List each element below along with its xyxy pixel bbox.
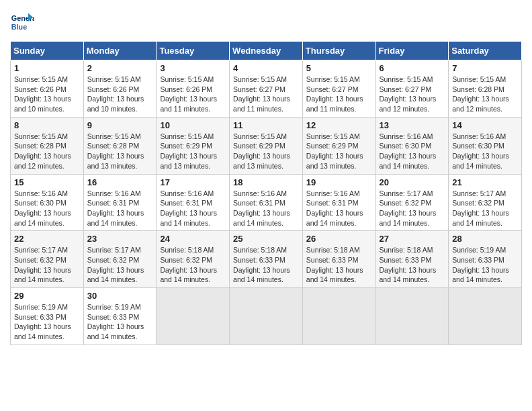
day-number: 7	[452, 63, 518, 73]
day-detail: Sunrise: 5:18 AM Sunset: 6:33 PM Dayligh…	[233, 245, 299, 285]
day-detail: Sunrise: 5:18 AM Sunset: 6:33 PM Dayligh…	[306, 245, 372, 285]
day-detail: Sunrise: 5:18 AM Sunset: 6:32 PM Dayligh…	[160, 245, 226, 285]
weekday-header-friday: Friday	[375, 42, 449, 60]
day-number: 22	[14, 234, 80, 244]
calendar-cell: 25 Sunrise: 5:18 AM Sunset: 6:33 PM Dayl…	[230, 231, 303, 288]
calendar-cell: 24 Sunrise: 5:18 AM Sunset: 6:32 PM Dayl…	[157, 231, 230, 288]
calendar-table: SundayMondayTuesdayWednesdayThursdayFrid…	[10, 41, 522, 345]
calendar-cell: 30 Sunrise: 5:19 AM Sunset: 6:33 PM Dayl…	[83, 288, 157, 345]
svg-text:Blue: Blue	[11, 23, 27, 31]
day-number: 26	[306, 234, 372, 244]
day-number: 9	[87, 120, 153, 130]
day-number: 3	[160, 63, 226, 73]
calendar-cell: 16 Sunrise: 5:16 AM Sunset: 6:31 PM Dayl…	[83, 174, 157, 231]
day-number: 23	[87, 234, 153, 244]
day-detail: Sunrise: 5:16 AM Sunset: 6:30 PM Dayligh…	[380, 132, 445, 171]
day-detail: Sunrise: 5:15 AM Sunset: 6:28 PM Dayligh…	[14, 132, 80, 171]
day-number: 1	[14, 63, 80, 73]
calendar-cell: 11 Sunrise: 5:15 AM Sunset: 6:29 PM Dayl…	[230, 117, 303, 174]
calendar-cell: 26 Sunrise: 5:18 AM Sunset: 6:33 PM Dayl…	[302, 231, 375, 288]
day-detail: Sunrise: 5:15 AM Sunset: 6:28 PM Dayligh…	[87, 132, 153, 171]
calendar-cell: 2 Sunrise: 5:15 AM Sunset: 6:26 PM Dayli…	[83, 60, 157, 118]
calendar-cell: 19 Sunrise: 5:16 AM Sunset: 6:31 PM Dayl…	[302, 174, 375, 231]
calendar-cell: 7 Sunrise: 5:15 AM Sunset: 6:28 PM Dayli…	[449, 60, 522, 118]
calendar-cell: 14 Sunrise: 5:16 AM Sunset: 6:30 PM Dayl…	[449, 117, 522, 174]
day-number: 25	[233, 234, 299, 244]
calendar-header-row: SundayMondayTuesdayWednesdayThursdayFrid…	[11, 42, 522, 60]
weekday-header-wednesday: Wednesday	[230, 42, 303, 60]
day-number: 17	[160, 177, 226, 187]
day-detail: Sunrise: 5:19 AM Sunset: 6:33 PM Dayligh…	[14, 302, 80, 342]
day-number: 27	[380, 234, 445, 244]
calendar-week-1: 1 Sunrise: 5:15 AM Sunset: 6:26 PM Dayli…	[11, 60, 522, 118]
calendar-cell: 29 Sunrise: 5:19 AM Sunset: 6:33 PM Dayl…	[11, 288, 84, 345]
day-number: 16	[87, 177, 153, 187]
day-number: 2	[87, 63, 153, 73]
weekday-header-sunday: Sunday	[11, 42, 84, 60]
calendar-week-5: 29 Sunrise: 5:19 AM Sunset: 6:33 PM Dayl…	[11, 288, 522, 345]
calendar-cell	[302, 288, 375, 345]
day-detail: Sunrise: 5:15 AM Sunset: 6:26 PM Dayligh…	[87, 75, 153, 114]
calendar-cell	[449, 288, 522, 345]
calendar-cell: 13 Sunrise: 5:16 AM Sunset: 6:30 PM Dayl…	[375, 117, 449, 174]
calendar-cell: 15 Sunrise: 5:16 AM Sunset: 6:30 PM Dayl…	[11, 174, 84, 231]
day-detail: Sunrise: 5:17 AM Sunset: 6:32 PM Dayligh…	[452, 189, 518, 228]
calendar-cell: 23 Sunrise: 5:17 AM Sunset: 6:32 PM Dayl…	[83, 231, 157, 288]
day-detail: Sunrise: 5:19 AM Sunset: 6:33 PM Dayligh…	[452, 245, 518, 285]
day-number: 15	[14, 177, 80, 187]
calendar-cell	[230, 288, 303, 345]
calendar-cell: 4 Sunrise: 5:15 AM Sunset: 6:27 PM Dayli…	[230, 60, 303, 118]
day-detail: Sunrise: 5:16 AM Sunset: 6:31 PM Dayligh…	[306, 189, 372, 228]
weekday-header-monday: Monday	[83, 42, 157, 60]
day-detail: Sunrise: 5:15 AM Sunset: 6:28 PM Dayligh…	[452, 75, 518, 114]
day-number: 11	[233, 120, 299, 130]
logo-icon: General Blue	[10, 10, 34, 34]
weekday-header-saturday: Saturday	[449, 42, 522, 60]
calendar-cell: 6 Sunrise: 5:15 AM Sunset: 6:27 PM Dayli…	[375, 60, 449, 118]
calendar-cell: 8 Sunrise: 5:15 AM Sunset: 6:28 PM Dayli…	[11, 117, 84, 174]
calendar-cell: 3 Sunrise: 5:15 AM Sunset: 6:26 PM Dayli…	[157, 60, 230, 118]
calendar-cell: 21 Sunrise: 5:17 AM Sunset: 6:32 PM Dayl…	[449, 174, 522, 231]
calendar-cell: 22 Sunrise: 5:17 AM Sunset: 6:32 PM Dayl…	[11, 231, 84, 288]
day-detail: Sunrise: 5:15 AM Sunset: 6:27 PM Dayligh…	[380, 75, 445, 114]
day-detail: Sunrise: 5:15 AM Sunset: 6:26 PM Dayligh…	[14, 75, 80, 114]
day-number: 12	[306, 120, 372, 130]
calendar-cell: 5 Sunrise: 5:15 AM Sunset: 6:27 PM Dayli…	[302, 60, 375, 118]
day-detail: Sunrise: 5:16 AM Sunset: 6:30 PM Dayligh…	[14, 189, 80, 228]
calendar-week-4: 22 Sunrise: 5:17 AM Sunset: 6:32 PM Dayl…	[11, 231, 522, 288]
day-detail: Sunrise: 5:17 AM Sunset: 6:32 PM Dayligh…	[14, 245, 80, 285]
day-number: 24	[160, 234, 226, 244]
calendar-body: 1 Sunrise: 5:15 AM Sunset: 6:26 PM Dayli…	[11, 60, 522, 345]
day-detail: Sunrise: 5:15 AM Sunset: 6:27 PM Dayligh…	[306, 75, 372, 114]
calendar-cell: 17 Sunrise: 5:16 AM Sunset: 6:31 PM Dayl…	[157, 174, 230, 231]
day-detail: Sunrise: 5:16 AM Sunset: 6:31 PM Dayligh…	[160, 189, 226, 228]
calendar-week-2: 8 Sunrise: 5:15 AM Sunset: 6:28 PM Dayli…	[11, 117, 522, 174]
day-number: 21	[452, 177, 518, 187]
day-number: 29	[14, 291, 80, 301]
calendar-cell: 1 Sunrise: 5:15 AM Sunset: 6:26 PM Dayli…	[11, 60, 84, 118]
calendar-cell	[157, 288, 230, 345]
day-number: 6	[380, 63, 445, 73]
calendar-cell	[375, 288, 449, 345]
calendar-week-3: 15 Sunrise: 5:16 AM Sunset: 6:30 PM Dayl…	[11, 174, 522, 231]
day-number: 8	[14, 120, 80, 130]
calendar-cell: 18 Sunrise: 5:16 AM Sunset: 6:31 PM Dayl…	[230, 174, 303, 231]
day-number: 4	[233, 63, 299, 73]
day-detail: Sunrise: 5:18 AM Sunset: 6:33 PM Dayligh…	[380, 245, 445, 285]
day-number: 18	[233, 177, 299, 187]
day-detail: Sunrise: 5:15 AM Sunset: 6:29 PM Dayligh…	[160, 132, 226, 171]
day-number: 13	[380, 120, 445, 130]
calendar-cell: 9 Sunrise: 5:15 AM Sunset: 6:28 PM Dayli…	[83, 117, 157, 174]
day-detail: Sunrise: 5:16 AM Sunset: 6:30 PM Dayligh…	[452, 132, 518, 171]
day-detail: Sunrise: 5:15 AM Sunset: 6:29 PM Dayligh…	[306, 132, 372, 171]
day-detail: Sunrise: 5:17 AM Sunset: 6:32 PM Dayligh…	[380, 189, 445, 228]
day-detail: Sunrise: 5:15 AM Sunset: 6:26 PM Dayligh…	[160, 75, 226, 114]
day-detail: Sunrise: 5:16 AM Sunset: 6:31 PM Dayligh…	[87, 189, 153, 228]
day-number: 14	[452, 120, 518, 130]
weekday-header-tuesday: Tuesday	[157, 42, 230, 60]
calendar-cell: 27 Sunrise: 5:18 AM Sunset: 6:33 PM Dayl…	[375, 231, 449, 288]
day-number: 30	[87, 291, 153, 301]
day-detail: Sunrise: 5:17 AM Sunset: 6:32 PM Dayligh…	[87, 245, 153, 285]
day-number: 10	[160, 120, 226, 130]
day-detail: Sunrise: 5:16 AM Sunset: 6:31 PM Dayligh…	[233, 189, 299, 228]
